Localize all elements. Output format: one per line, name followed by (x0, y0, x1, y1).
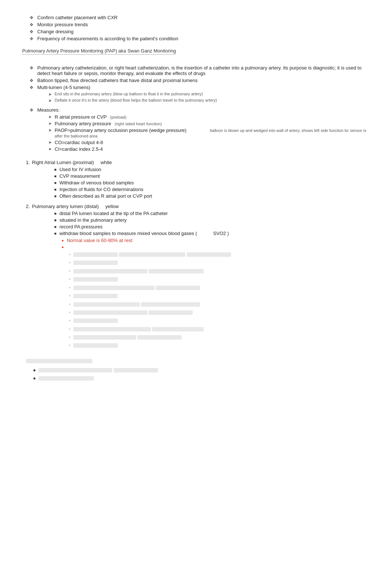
numbered-item-2: 2. Pulmonary artery lumen (distal) yello… (26, 204, 370, 351)
bottom-sub-2 (33, 375, 370, 382)
blurred-item-1 (69, 252, 231, 259)
item1-sub-5: Often described as R atrial port or CVP … (54, 193, 152, 199)
top-bullet-section: Confirm catheter placement with CXR Moni… (22, 15, 370, 41)
blurred-item-2 (69, 268, 231, 275)
measures-bullet-list: Measures: R atrial pressure or CVP (prel… (22, 107, 370, 153)
item2-sub-4: withdraw blood samples to measure mixed … (54, 231, 231, 236)
blurred-item-5b (69, 334, 231, 341)
section-title: Pulmonary Artery Pressure Monitoring (PA… (22, 48, 176, 55)
sub-bullet-2: Deflate it once it's in the artery (bloo… (48, 98, 217, 103)
blurred-sub-bullets (62, 252, 231, 267)
bottom-blurred-section (22, 358, 370, 382)
intro-section: Pulmonary artery catheterization, or rig… (22, 65, 370, 153)
blurred-sub-bullets-5 (62, 326, 231, 350)
item1-sub-list: Used for IV infusion CVP measurement Wit… (32, 167, 152, 199)
numbered-list: 1. Right Atrial Lumen (proximal) white U… (22, 160, 370, 351)
measures-sub-list: R atrial pressure or CVP (preload) Pulmo… (37, 114, 370, 152)
item1-sub-2: CVP measurement (54, 173, 152, 179)
intro-bullet-list: Pulmonary artery catheterization, or rig… (22, 65, 370, 104)
blurred-item-5c (69, 343, 231, 350)
blurred-item-4b (69, 310, 231, 317)
blurred-sub-bullets-4 (62, 302, 231, 325)
blurred-item-3b (69, 293, 231, 300)
measure-5: CI=cardiac index 2.5-4 (48, 146, 370, 152)
numbered-item-1: 1. Right Atrial Lumen (proximal) white U… (26, 160, 370, 200)
dot-bullet-2-blurred (62, 244, 231, 249)
intro-bullet-1: Pulmonary artery catheterization, or rig… (30, 65, 370, 76)
intro-bullet-2: Balloon tipped, flow directed catheters … (30, 78, 370, 83)
blurred-content-area (32, 252, 231, 350)
blurred-sub-bullets-2 (62, 268, 231, 283)
item2-sub-list: distal PA lumen located at the tip of th… (32, 211, 231, 236)
measure-4: CO=cardiac output 4-8 (48, 140, 370, 145)
section-title-block: Pulmonary Artery Pressure Monitoring (PA… (22, 48, 370, 58)
item1-sub-3: Withdraw of venous blood samples (54, 180, 152, 186)
item2-sub-2: situated in the pulmonary artery (54, 217, 231, 223)
measures-bullet: Measures: R atrial pressure or CVP (prel… (30, 107, 370, 153)
bottom-sub-1 (33, 367, 370, 374)
intro-bullet-3: Multi-lumen (4-5 lumens) End sits in the… (30, 85, 370, 104)
measure-2: Pulmonary artery pressure (right sided h… (48, 121, 370, 126)
item2-sub-3: record PA pressures (54, 224, 231, 229)
blurred-item-2b (69, 276, 231, 283)
bottom-sub-list (26, 367, 370, 382)
blurred-item-4c (69, 318, 231, 325)
measure-3: PAOP=pulmonary artery occlusion pressure… (48, 127, 370, 139)
blurred-item-1b (69, 260, 231, 267)
multi-lumen-sub-list: End sits in the pulmonary artery (blow u… (37, 92, 217, 103)
item2-title: Pulmonary artery lumen (distal) yellow (32, 204, 119, 209)
item1-sub-1: Used for IV infusion (54, 167, 152, 172)
top-bullet-item-1: Confirm catheter placement with CXR (30, 15, 370, 20)
top-bullet-item-4: Frequency of measurements is according t… (30, 36, 370, 41)
item1-sub-4: Injection of fluids for CO determination… (54, 187, 152, 192)
sub-bullet-1: End sits in the pulmonary artery (blow u… (48, 92, 217, 97)
blurred-sub-bullets-3 (62, 285, 231, 300)
numbered-section: 1. Right Atrial Lumen (proximal) white U… (22, 160, 370, 351)
blurred-item-3 (69, 285, 231, 292)
blurred-item-4 (69, 302, 231, 309)
top-bullet-item-2: Monitor pressure trends (30, 22, 370, 27)
svo2-dot-list: Normal value is 60-80% at rest (32, 238, 231, 249)
item1-title: Right Atrial Lumen (proximal) white (32, 160, 112, 165)
top-bullet-list: Confirm catheter placement with CXR Moni… (22, 15, 370, 41)
measure-1: R atrial pressure or CVP (preload) (48, 114, 370, 120)
top-bullet-item-3: Change dressing (30, 29, 370, 34)
bottom-section-title (26, 358, 370, 365)
item2-sub-1: distal PA lumen located at the tip of th… (54, 211, 231, 216)
dot-bullet-1: Normal value is 60-80% at rest (62, 238, 231, 243)
blurred-item-5 (69, 326, 231, 333)
